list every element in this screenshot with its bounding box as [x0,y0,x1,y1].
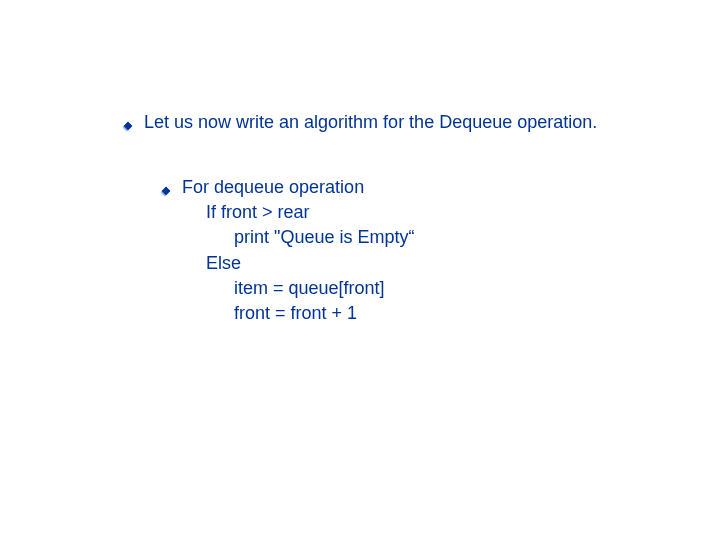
diamond-bullet-icon [122,114,134,139]
slide: Let us now write an algorithm for the De… [0,0,720,540]
intro-text: Let us now write an algorithm for the De… [144,110,597,135]
algo-title: For dequeue operation [182,175,414,200]
algo-line: Else [182,251,414,276]
algo-line: print "Queue is Empty“ [182,225,414,250]
main-bullet-item: Let us now write an algorithm for the De… [122,110,597,139]
algorithm-block: For dequeue operation If front > rear pr… [182,175,414,326]
algo-line: If front > rear [182,200,414,225]
algo-line: front = front + 1 [182,301,414,326]
algo-line: item = queue[front] [182,276,414,301]
sub-bullet-item: For dequeue operation If front > rear pr… [160,175,414,326]
diamond-bullet-icon [160,179,172,204]
